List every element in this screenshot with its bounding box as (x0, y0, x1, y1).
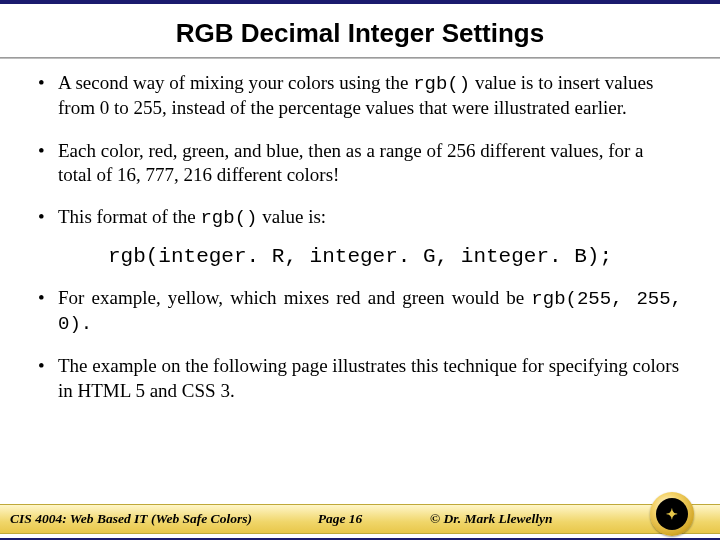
bullet-1-code: rgb() (413, 73, 470, 95)
bullet-4-text-a: For example, yellow, which mixes red and… (58, 287, 531, 308)
bullet-2: Each color, red, green, and blue, then a… (38, 139, 682, 188)
slide-title: RGB Decimal Integer Settings (0, 18, 720, 49)
bullet-1: A second way of mixing your colors using… (38, 71, 682, 121)
bullet-3-text-b: value is: (257, 206, 326, 227)
bullet-4: For example, yellow, which mixes red and… (38, 286, 682, 337)
bullet-3-code: rgb() (200, 207, 257, 229)
bullet-3: This format of the rgb() value is: (38, 205, 682, 230)
bullet-3-text-a: This format of the (58, 206, 200, 227)
slide-body: A second way of mixing your colors using… (0, 59, 720, 403)
rgb-syntax: rgb(integer. R, integer. G, integer. B); (38, 245, 682, 268)
footer-page: Page 16 (280, 511, 400, 527)
ucf-logo-icon: ✦ (650, 492, 694, 536)
slide-footer: CIS 4004: Web Based IT (Web Safe Colors)… (0, 504, 720, 534)
bullet-1-text-a: A second way of mixing your colors using… (58, 72, 413, 93)
footer-course: CIS 4004: Web Based IT (Web Safe Colors) (0, 511, 280, 527)
bullet-5: The example on the following page illust… (38, 354, 682, 403)
